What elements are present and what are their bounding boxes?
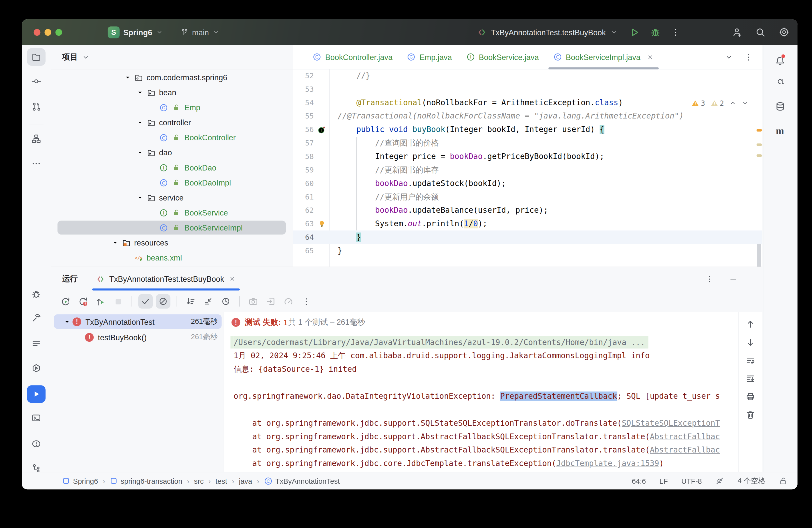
- test-node-txbyannotationtest[interactable]: !TxByAnnotationTest261毫秒: [51, 314, 224, 329]
- left-strip-terminal[interactable]: [27, 409, 46, 426]
- run-button[interactable]: [629, 27, 639, 37]
- right-strip-database[interactable]: [770, 97, 789, 115]
- breadcrumb-java[interactable]: java: [239, 477, 252, 485]
- run-toolbar-check-passed[interactable]: [138, 294, 153, 309]
- run-toolbar-rerun-failed[interactable]: [75, 294, 90, 309]
- tree-item-bean[interactable]: bean: [51, 85, 293, 100]
- code-line-57[interactable]: 57 //查询图书的价格: [293, 136, 762, 150]
- chevron-down-icon[interactable]: [134, 194, 146, 202]
- code-line-53[interactable]: 53: [293, 82, 762, 96]
- breadcrumb-txbyannotationtest[interactable]: CTxByAnnotationTest: [264, 477, 340, 485]
- chevron-down-icon[interactable]: [61, 318, 72, 325]
- run-tab[interactable]: TxByAnnotationTest.testBuyBook: [91, 267, 241, 291]
- tree-item-bookdaoimpl[interactable]: CBookDaoImpl: [51, 175, 293, 190]
- maximize-window-button[interactable]: [56, 29, 62, 35]
- left-strip-commit[interactable]: [27, 73, 46, 90]
- tree-item-bookservice[interactable]: IBookService: [51, 205, 293, 220]
- left-strip-more-dots[interactable]: [27, 155, 46, 172]
- right-strip-notifications-bell[interactable]: [770, 52, 789, 69]
- run-configuration-selector[interactable]: TxByAnnotationTest.testBuyBook: [491, 28, 606, 36]
- left-strip-debug-bug[interactable]: [27, 285, 46, 303]
- editor-tab-bookcontroller-java[interactable]: CBookController.java: [305, 45, 400, 69]
- close-tab-icon[interactable]: [647, 54, 653, 60]
- stack-trace-link[interactable]: AbstractFallbac: [650, 445, 720, 455]
- tree-item-com-codermast-spring6[interactable]: com.codermast.spring6: [51, 70, 293, 85]
- console-trash[interactable]: [746, 410, 755, 420]
- chevron-down-icon[interactable]: [134, 118, 146, 126]
- run-toolbar-rerun[interactable]: [58, 294, 72, 309]
- run-toolbar-stop[interactable]: [111, 294, 125, 309]
- console-output[interactable]: /Users/codermast/Library/Java/JavaVirtua…: [224, 336, 738, 470]
- tree-item-controller[interactable]: controller: [51, 115, 293, 130]
- left-strip-build-hammer[interactable]: [27, 309, 46, 327]
- left-strip-todo-lines[interactable]: [27, 335, 46, 352]
- tab-list-chevron-icon[interactable]: [725, 53, 733, 61]
- run-toolbar-coverage[interactable]: [281, 294, 296, 309]
- run-toolbar-kebab[interactable]: [299, 294, 313, 309]
- code-line-64[interactable]: 64 }: [293, 231, 762, 244]
- run-toolbar-rerun-auto[interactable]: [93, 294, 108, 309]
- tree-item-resources[interactable]: resources: [51, 235, 293, 250]
- line-separator-widget[interactable]: LF: [659, 477, 668, 485]
- left-strip-pull-requests[interactable]: [27, 98, 46, 116]
- settings-gear-icon[interactable]: [779, 27, 789, 37]
- code-line-58[interactable]: 58 Integer price = bookDao.getPriceByBoo…: [293, 150, 762, 163]
- project-view-chevron-icon[interactable]: [82, 53, 89, 61]
- run-toolbar-sort-direction[interactable]: [201, 294, 216, 309]
- code-line-52[interactable]: 52 //}: [293, 69, 762, 83]
- code-line-54[interactable]: 54 @Transactional(noRollbackFor = Arithm…: [293, 96, 762, 109]
- editor-tab-bookservice-java[interactable]: IBookService.java: [459, 45, 546, 69]
- console-arrow-down[interactable]: [746, 338, 755, 347]
- search-everywhere-icon[interactable]: [755, 27, 765, 37]
- breadcrumb-spring6-transaction[interactable]: spring6-transaction: [110, 477, 182, 485]
- tree-item-dao[interactable]: dao: [51, 145, 293, 160]
- override-gutter-icon[interactable]: I: [314, 125, 329, 134]
- caret-position-widget[interactable]: 64:6: [632, 477, 646, 485]
- code-with-me-add-user-icon[interactable]: [732, 27, 742, 37]
- left-strip-structure[interactable]: [27, 130, 46, 147]
- console-scroll-end[interactable]: [746, 374, 755, 383]
- breadcrumb-spring6[interactable]: Spring6: [62, 477, 98, 485]
- more-actions-kebab-icon[interactable]: [671, 28, 680, 36]
- run-toolbar-screenshot[interactable]: [246, 294, 261, 309]
- left-strip-services-hexagon[interactable]: [27, 360, 46, 377]
- editor-tab-bookserviceimpl-java[interactable]: CBookServiceImpl.java: [546, 45, 661, 69]
- run-toolbar-import-tests[interactable]: [263, 294, 278, 309]
- window-controls[interactable]: [34, 29, 96, 35]
- bulb-gutter-icon[interactable]: [314, 219, 329, 228]
- chevron-down-icon[interactable]: [134, 149, 146, 157]
- vcs-branch-widget[interactable]: main: [181, 28, 220, 36]
- hide-panel-icon[interactable]: [729, 275, 738, 283]
- project-widget[interactable]: S Spring6: [108, 26, 163, 38]
- debug-button[interactable]: [650, 27, 660, 37]
- left-strip-project-folder[interactable]: [27, 48, 46, 66]
- code-line-63[interactable]: 63 System.out.println(1/0);: [293, 217, 762, 231]
- right-strip-maven[interactable]: m: [770, 122, 789, 140]
- stack-trace-link[interactable]: SQLStateSQLExceptionT: [622, 419, 720, 428]
- close-icon[interactable]: [229, 276, 235, 282]
- close-window-button[interactable]: [34, 29, 41, 35]
- left-strip-run-play[interactable]: [27, 385, 46, 403]
- chevron-down-icon[interactable]: [109, 239, 121, 247]
- run-toolbar-ignore-slash[interactable]: [156, 294, 171, 309]
- encoding-widget[interactable]: UTF-8: [681, 477, 702, 485]
- editor-tab-emp-java[interactable]: CEmp.java: [400, 45, 459, 69]
- minimize-window-button[interactable]: [44, 29, 51, 35]
- breadcrumb-test[interactable]: test: [216, 477, 227, 485]
- tree-item-bookdao[interactable]: IBookDao: [51, 160, 293, 175]
- left-strip-problems[interactable]: [27, 435, 46, 453]
- console-arrow-up[interactable]: [746, 320, 755, 329]
- run-toolbar-sort-time[interactable]: [218, 294, 233, 309]
- ai-assistant-status-icon[interactable]: [715, 476, 724, 485]
- chevron-down-icon[interactable]: [134, 88, 146, 96]
- tree-item-bookserviceimpl[interactable]: CBookServiceImpl: [51, 220, 293, 235]
- code-editor[interactable]: 3 2 52 //}5354 @Transactional(noRollback…: [293, 69, 762, 267]
- tree-item-service[interactable]: service: [51, 190, 293, 205]
- run-toolbar-sort-alpha[interactable]: [183, 294, 198, 309]
- console-printer[interactable]: [746, 392, 755, 401]
- code-line-65[interactable]: 65}: [293, 244, 762, 258]
- code-line-59[interactable]: 59 //更新图书的库存: [293, 163, 762, 177]
- code-line-60[interactable]: 60 bookDao.updateStock(bookId);: [293, 176, 762, 190]
- code-line-56[interactable]: 56I public void buyBook(Integer bookId, …: [293, 123, 762, 136]
- tree-item-beans-xml[interactable]: </>beans.xml: [51, 250, 293, 265]
